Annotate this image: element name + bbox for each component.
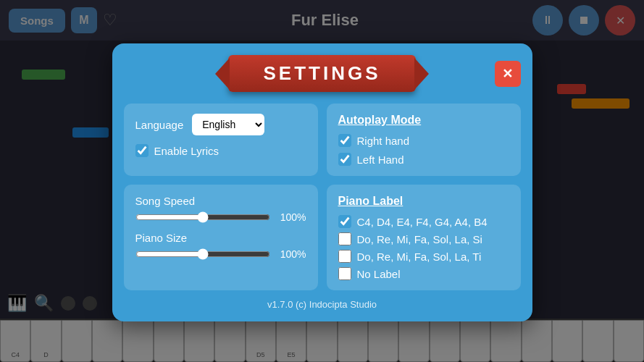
settings-content: Language English Spanish French German E… [124, 104, 521, 290]
label-solfege2-checkbox[interactable] [338, 250, 351, 263]
piano-label-c4-row: C4, D4, E4, F4, G4, A4, B4 [338, 215, 509, 228]
left-hand-checkbox[interactable] [338, 153, 351, 166]
left-hand-label[interactable]: Left Hand [357, 153, 404, 166]
label-none-checkbox[interactable] [338, 267, 351, 280]
piano-label-solfege2-row: Do, Re, Mi, Fa, Sol, La, Ti [338, 250, 509, 263]
language-panel: Language English Spanish French German E… [124, 104, 318, 176]
song-speed-slider-container: 100% [135, 211, 306, 223]
autoplay-panel: Autoplay Mode Right hand Left Hand [327, 104, 521, 176]
piano-size-label: Piano Size [135, 232, 306, 244]
piano-size-value: 100% [277, 248, 306, 260]
language-select[interactable]: English Spanish French German [192, 114, 264, 135]
close-dialog-button[interactable]: ✕ [495, 61, 521, 87]
label-c4-checkbox[interactable] [338, 215, 351, 228]
autoplay-right-hand-row: Right hand [338, 134, 509, 147]
autoplay-left-hand-row: Left Hand [338, 153, 509, 166]
piano-label-solfege1-row: Do, Re, Mi, Fa, Sol, La, Si [338, 232, 509, 245]
label-c4-label[interactable]: C4, D4, E4, F4, G4, A4, B4 [357, 216, 488, 228]
label-solfege1-checkbox[interactable] [338, 232, 351, 245]
settings-title: SETTINGS [228, 55, 415, 92]
settings-dialog: SETTINGS ✕ Language English Spanish Fren… [112, 43, 532, 321]
speed-panel: Song Speed 100% Piano Size 100% [124, 185, 318, 290]
autoplay-title: Autoplay Mode [338, 114, 509, 127]
piano-label-list: C4, D4, E4, F4, G4, A4, B4 Do, Re, Mi, F… [338, 215, 509, 280]
piano-label-title: Piano Label [338, 195, 509, 208]
piano-size-slider[interactable] [135, 248, 270, 260]
enable-lyrics-label[interactable]: Enable Lyrics [154, 145, 219, 157]
piano-size-slider-container: 100% [135, 248, 306, 260]
enable-lyrics-checkbox[interactable] [135, 144, 149, 157]
song-speed-slider[interactable] [135, 211, 270, 223]
song-speed-label: Song Speed [135, 195, 306, 207]
label-solfege2-label[interactable]: Do, Re, Mi, Fa, Sol, La, Ti [357, 251, 482, 263]
song-speed-value: 100% [277, 211, 306, 223]
language-label: Language [135, 119, 184, 131]
piano-label-none-row: No Label [338, 267, 509, 280]
enable-lyrics-row: Enable Lyrics [135, 144, 306, 157]
autoplay-list: Right hand Left Hand [338, 134, 509, 166]
label-solfege1-label[interactable]: Do, Re, Mi, Fa, Sol, La, Si [357, 233, 482, 245]
label-none-label[interactable]: No Label [357, 268, 401, 280]
language-row: Language English Spanish French German [135, 114, 306, 135]
piano-size-row: Piano Size 100% [135, 232, 306, 260]
piano-label-panel: Piano Label C4, D4, E4, F4, G4, A4, B4 D… [327, 185, 521, 290]
song-speed-row: Song Speed 100% [135, 195, 306, 223]
right-hand-checkbox[interactable] [338, 134, 351, 147]
version-text: v1.7.0 (c) Indocipta Studio [124, 299, 521, 310]
settings-header: SETTINGS ✕ [124, 55, 521, 92]
right-hand-label[interactable]: Right hand [357, 135, 410, 147]
